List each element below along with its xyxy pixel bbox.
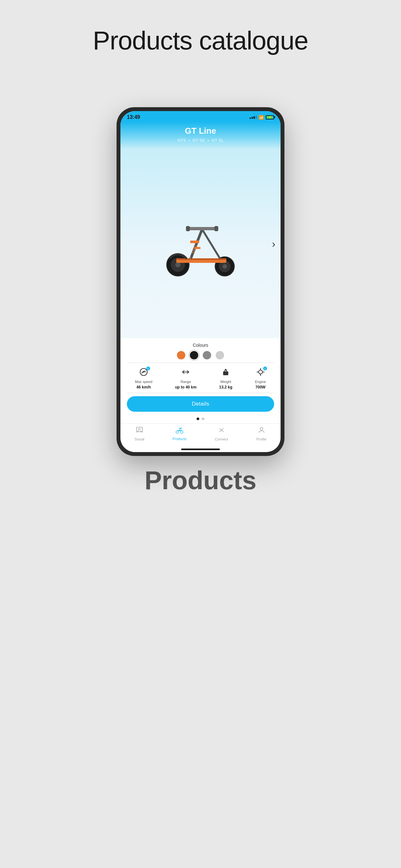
tab-connect[interactable]: Connect	[215, 426, 228, 441]
colours-label: Colours	[127, 343, 274, 348]
variant-gts: GTS	[178, 138, 186, 143]
svg-point-23	[258, 370, 263, 374]
page-dot-1	[197, 417, 199, 420]
tab-profile[interactable]: Profile	[256, 426, 266, 441]
tab-social-label: Social	[135, 437, 144, 441]
scooter-image: ETHOR	[155, 208, 246, 279]
speedometer-icon: i	[139, 368, 148, 378]
tab-connect-label: Connect	[215, 437, 228, 441]
bluetooth-icon	[218, 426, 225, 436]
svg-rect-21	[223, 371, 228, 375]
weight-label: Weight	[220, 380, 231, 383]
svg-point-22	[225, 369, 227, 371]
range-value: up to 40 km	[175, 385, 197, 390]
variant-gtsl: GT SL	[212, 138, 223, 143]
colour-swatch-gray[interactable]	[203, 351, 211, 360]
colour-swatches	[127, 351, 274, 360]
variant-gtse: GT SE	[192, 138, 205, 143]
colour-swatch-orange[interactable]	[177, 351, 185, 360]
weight-icon	[221, 368, 230, 378]
speed-info-badge[interactable]: i	[146, 367, 150, 370]
next-arrow[interactable]: ›	[272, 238, 275, 250]
svg-point-5	[222, 264, 227, 269]
colour-swatch-black[interactable]	[190, 351, 198, 360]
status-icons: 📶 ⚡	[250, 115, 274, 120]
spec-weight: Weight 13.2 kg	[219, 368, 233, 390]
profile-icon	[258, 426, 266, 436]
svg-point-2	[175, 262, 181, 268]
page-dot-2	[202, 417, 204, 420]
svg-rect-11	[188, 227, 217, 230]
svg-point-33	[176, 431, 179, 433]
product-variants: GTS GT SE GT SL	[127, 138, 274, 143]
tab-profile-label: Profile	[256, 437, 266, 441]
tab-social[interactable]: Social	[135, 426, 144, 441]
home-bar	[181, 448, 220, 450]
svg-rect-12	[186, 226, 190, 231]
range-label: Range	[181, 380, 191, 383]
specs-section: i Max speed 46 km/h Range up to 40 km	[120, 363, 281, 393]
tab-products-label: Products	[173, 437, 186, 441]
scooter-tab-icon	[175, 427, 184, 436]
svg-rect-13	[214, 226, 218, 231]
wifi-icon: 📶	[258, 115, 264, 120]
colour-swatch-lightgray[interactable]	[216, 351, 224, 360]
svg-rect-28	[136, 427, 143, 432]
colours-section: Colours	[120, 338, 281, 363]
signal-icon	[250, 116, 257, 119]
product-header: GT Line GTS GT SE GT SL	[120, 122, 281, 149]
svg-line-8	[191, 229, 202, 258]
product-image-area: ETHOR ›	[120, 149, 281, 338]
engine-info-badge[interactable]: i	[263, 367, 267, 370]
tab-products[interactable]: Products	[173, 427, 186, 441]
status-bar: 13:49 📶 ⚡	[120, 111, 281, 122]
battery-icon: ⚡	[266, 115, 274, 120]
spec-engine: i Engine 700W	[255, 368, 266, 390]
svg-line-10	[202, 229, 220, 258]
svg-text:ETHOR: ETHOR	[191, 244, 198, 254]
range-icon	[181, 368, 190, 378]
home-indicator	[120, 446, 281, 452]
weight-value: 13.2 kg	[219, 385, 233, 390]
svg-point-34	[181, 431, 183, 433]
phone-screen: 13:49 📶 ⚡ GT Line GTS	[120, 111, 281, 452]
phone-device: 13:49 📶 ⚡ GT Line GTS	[117, 107, 284, 456]
engine-label: Engine	[255, 380, 266, 383]
svg-rect-7	[176, 258, 226, 260]
speed-label: Max speed	[135, 380, 152, 383]
svg-point-39	[260, 428, 263, 430]
details-button[interactable]: Details	[127, 396, 274, 412]
details-section: Details	[120, 393, 281, 415]
page-title: Products catalogue	[93, 26, 308, 56]
dot-separator-1	[189, 140, 190, 141]
svg-rect-14	[190, 241, 199, 243]
social-icon	[135, 426, 143, 436]
dot-separator-2	[208, 140, 209, 141]
speed-value: 46 km/h	[136, 385, 151, 390]
bottom-products-label: Products	[145, 466, 257, 495]
product-line-title: GT Line	[127, 126, 274, 136]
engine-icon: i	[256, 368, 265, 378]
status-time: 13:49	[127, 114, 140, 120]
spec-max-speed: i Max speed 46 km/h	[135, 368, 152, 390]
page-indicator	[120, 415, 281, 423]
tab-bar: Social Products	[120, 423, 281, 446]
spec-range: Range up to 40 km	[175, 368, 197, 390]
engine-value: 700W	[255, 385, 266, 390]
